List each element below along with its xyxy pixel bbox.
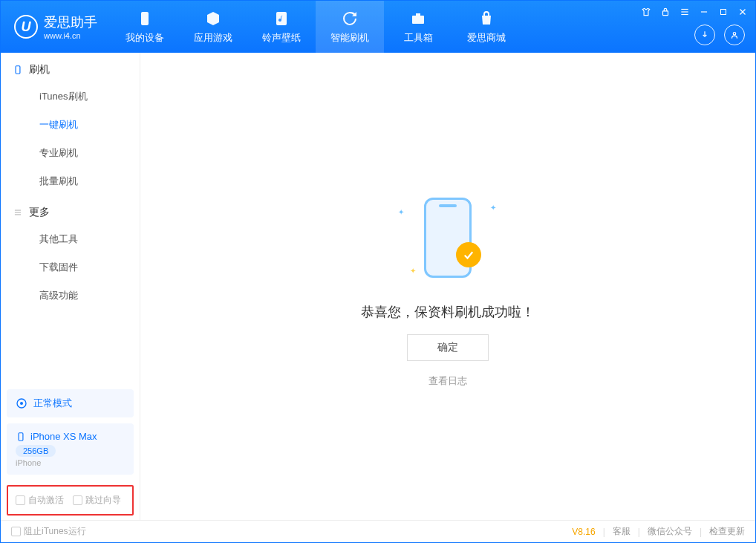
status-link-0[interactable]: 客服 xyxy=(613,525,630,538)
device-icon xyxy=(13,65,23,75)
nav-tab-5[interactable]: 爱思商城 xyxy=(452,1,521,53)
music-icon xyxy=(272,9,291,28)
success-illustration: ✦ ✦ ✦ xyxy=(385,186,511,290)
nav-tab-label: 工具箱 xyxy=(404,31,433,45)
refresh-icon xyxy=(340,9,359,28)
brand-name: 爱思助手 xyxy=(44,13,97,31)
svg-rect-4 xyxy=(663,11,668,16)
nav-tab-label: 爱思商城 xyxy=(467,31,506,45)
brand-url: www.i4.cn xyxy=(44,31,97,40)
window-controls xyxy=(639,5,749,19)
sidebar-item[interactable]: 一键刷机 xyxy=(1,111,140,139)
svg-rect-19 xyxy=(19,432,23,440)
view-log-link[interactable]: 查看日志 xyxy=(428,374,467,388)
nav-tab-3[interactable]: 智能刷机 xyxy=(316,1,384,53)
svg-rect-0 xyxy=(141,12,149,25)
titlebar: U 爱思助手 www.i4.cn 我的设备应用游戏铃声壁纸智能刷机工具箱爱思商城 xyxy=(1,1,755,53)
maximize-button[interactable] xyxy=(717,5,730,19)
phone-icon xyxy=(135,9,154,28)
logo-text: 爱思助手 www.i4.cn xyxy=(44,13,97,40)
sidebar-item[interactable]: 其他工具 xyxy=(1,225,140,253)
sidebar-item[interactable]: 批量刷机 xyxy=(1,167,140,195)
list-icon xyxy=(13,207,23,218)
lock-icon[interactable] xyxy=(659,5,672,19)
sidebar-item[interactable]: 专业刷机 xyxy=(1,139,140,167)
version-label: V8.16 xyxy=(572,527,595,537)
nav-tab-0[interactable]: 我的设备 xyxy=(111,1,179,53)
svg-rect-3 xyxy=(416,13,420,16)
sidebar-item[interactable]: 高级功能 xyxy=(1,282,140,310)
svg-point-12 xyxy=(733,33,736,36)
logo-icon: U xyxy=(14,15,38,39)
ok-button[interactable]: 确定 xyxy=(407,334,489,361)
nav-tab-label: 应用游戏 xyxy=(194,31,232,45)
toolbox-icon xyxy=(408,9,428,28)
sidebar-section-1: 更多 xyxy=(1,195,140,225)
device-mode-block[interactable]: 正常模式 xyxy=(7,389,134,417)
device-storage-badge: 256GB xyxy=(16,445,56,457)
sidebar-item[interactable]: iTunes刷机 xyxy=(1,82,140,111)
minimize-button[interactable] xyxy=(697,5,711,19)
menu-icon[interactable] xyxy=(678,5,691,19)
svg-rect-13 xyxy=(16,66,20,74)
device-info-block[interactable]: iPhone XS Max 256GB iPhone xyxy=(7,423,134,475)
nav-tab-4[interactable]: 工具箱 xyxy=(384,1,452,53)
device-type: iPhone xyxy=(16,458,125,467)
sidebar-section-title: 更多 xyxy=(29,206,50,219)
skip-guide-checkbox[interactable]: 跳过向导 xyxy=(73,494,121,507)
logo-block: U 爱思助手 www.i4.cn xyxy=(1,13,111,40)
nav-tab-label: 铃声壁纸 xyxy=(262,31,301,45)
sidebar-section-title: 刷机 xyxy=(29,63,50,77)
svg-point-18 xyxy=(20,402,23,405)
user-icon[interactable] xyxy=(724,25,745,45)
svg-rect-2 xyxy=(412,16,424,24)
block-itunes-label: 阻止iTunes运行 xyxy=(24,525,86,538)
mode-icon xyxy=(16,397,27,409)
auto-activate-checkbox[interactable]: 自动激活 xyxy=(16,494,64,507)
device-mode-label: 正常模式 xyxy=(33,397,72,410)
svg-rect-9 xyxy=(721,10,726,15)
highlighted-checkbox-row: 自动激活 跳过向导 xyxy=(7,485,134,516)
nav-tab-2[interactable]: 铃声壁纸 xyxy=(247,1,316,53)
block-itunes-checkbox[interactable]: 阻止iTunes运行 xyxy=(11,525,86,538)
status-link-1[interactable]: 微信公众号 xyxy=(648,525,692,538)
nav-tabs: 我的设备应用游戏铃声壁纸智能刷机工具箱爱思商城 xyxy=(111,1,521,53)
sidebar-section-0: 刷机 xyxy=(1,53,140,82)
t-shirt-icon[interactable] xyxy=(639,5,653,19)
nav-tab-1[interactable]: 应用游戏 xyxy=(179,1,247,53)
download-icon[interactable] xyxy=(694,25,715,45)
nav-tab-label: 我的设备 xyxy=(126,31,164,45)
statusbar: 阻止iTunes运行 V8.16 |客服|微信公众号|检查更新 xyxy=(1,520,755,542)
bag-icon xyxy=(477,9,496,28)
device-name: iPhone XS Max xyxy=(30,431,97,442)
check-badge-icon xyxy=(456,242,481,267)
titlebar-side-icons xyxy=(694,25,745,45)
skip-guide-label: 跳过向导 xyxy=(85,494,121,507)
sidebar: 刷机iTunes刷机一键刷机专业刷机批量刷机更多其他工具下载固件高级功能 正常模… xyxy=(1,53,140,520)
main-content: ✦ ✦ ✦ 恭喜您，保资料刷机成功啦！ 确定 查看日志 xyxy=(140,53,755,520)
phone-icon xyxy=(16,432,26,442)
sidebar-item[interactable]: 下载固件 xyxy=(1,253,140,282)
cube-icon xyxy=(203,9,223,28)
success-title: 恭喜您，保资料刷机成功啦！ xyxy=(361,303,535,321)
status-link-2[interactable]: 检查更新 xyxy=(709,525,745,538)
auto-activate-label: 自动激活 xyxy=(28,494,64,507)
nav-tab-label: 智能刷机 xyxy=(330,31,369,45)
close-button[interactable] xyxy=(736,5,749,19)
